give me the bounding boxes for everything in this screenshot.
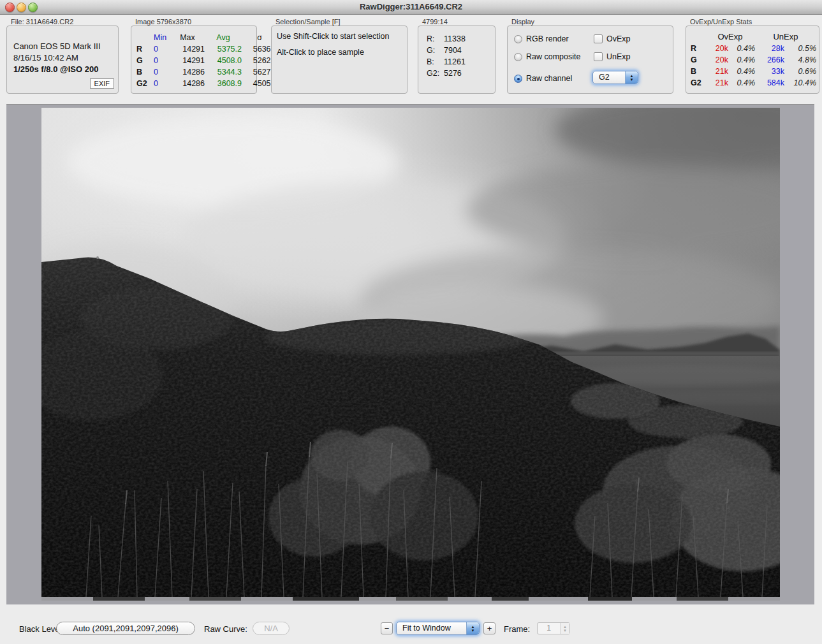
display-panel: RGB render Raw composite Raw channel OvE…	[507, 26, 673, 94]
unexp-count: 28k	[755, 43, 784, 54]
avg-value: 5375.2	[205, 43, 242, 55]
window-title: RawDigger:311A6649.CR2	[0, 0, 822, 14]
ovexp-percent: 0.4%	[728, 43, 755, 54]
checkbox-unexp[interactable]: UnExp	[594, 52, 631, 61]
avg-value: 3608.9	[205, 78, 242, 89]
max-value: 14291	[170, 55, 205, 66]
avg-value: 4508.0	[205, 55, 242, 66]
checkbox-label: UnExp	[606, 52, 631, 61]
checkbox-ovexp[interactable]: OvExp	[594, 34, 631, 43]
spinner-arrows-icon: ▲ ▼	[560, 623, 569, 634]
stepper-down-icon: ▼	[471, 629, 475, 633]
capture-datetime: 8/16/15 10:42 AM	[13, 52, 118, 64]
pixel-channel: G2:	[427, 68, 444, 79]
stats-channel: R	[691, 43, 705, 54]
ovexp-count: 21k	[705, 66, 728, 77]
exposure-stats-panel: OvExp UnExp R 20k 0.4% 28k 0.5% G 20k 0.…	[686, 26, 819, 94]
radio-icon	[514, 35, 522, 43]
zoom-in-button[interactable]: +	[483, 622, 495, 634]
max-value: 14291	[170, 43, 205, 55]
raw-curve-label: Raw Curve:	[204, 624, 247, 634]
unexp-percent: 4.8%	[784, 54, 816, 66]
max-value: 14286	[170, 66, 205, 78]
display-panel-label: Display	[511, 18, 534, 26]
col-header-ovexp: OvExp	[705, 31, 755, 43]
zoom-window-icon[interactable]	[28, 3, 38, 12]
selection-hint-1: Use Shift-Click to start selection	[277, 32, 407, 41]
row-channel: R	[136, 43, 154, 55]
pixel-value: 11338	[444, 34, 466, 43]
stepper-icon: ▲ ▼	[625, 71, 638, 84]
checkbox-label: OvExp	[606, 34, 631, 43]
ovexp-count: 21k	[705, 77, 728, 89]
ovexp-count: 20k	[705, 54, 728, 66]
ovexp-count: 20k	[705, 43, 728, 54]
black-level-button[interactable]: Auto (2091,2091,2097,2096)	[56, 622, 195, 635]
rawdigger-window: RawDigger:311A6649.CR2 File: 311A6649.CR…	[0, 0, 822, 644]
zoom-out-button[interactable]: −	[381, 622, 393, 634]
raw-curve-button: N/A	[253, 622, 290, 635]
zoom-mode-select[interactable]: Fit to Window ▲ ▼	[396, 622, 480, 635]
unexp-percent: 0.5%	[784, 43, 816, 54]
frame-spinner: 1 ▲ ▼	[537, 622, 570, 634]
stepper-down-icon: ▼	[630, 78, 634, 82]
stepper-icon: ▲ ▼	[466, 622, 479, 634]
row-channel: G	[136, 55, 154, 66]
min-value: 0	[154, 55, 170, 66]
selection-panel-label: Selection/Sample [F]	[275, 18, 341, 26]
pixel-channel: R:	[427, 33, 444, 45]
minimize-icon[interactable]	[17, 3, 26, 12]
col-header-unexp: UnExp	[755, 31, 816, 43]
col-header-avg: Avg	[205, 32, 242, 43]
raw-channel-select[interactable]: G2 ▲ ▼	[592, 71, 638, 84]
frame-value: 1	[538, 623, 560, 634]
min-value: 0	[154, 66, 170, 78]
row-channel: B	[136, 66, 154, 78]
pixel-value: 7904	[444, 46, 462, 55]
min-value: 0	[154, 43, 170, 55]
exposure-info: 1/250s f/8.0 @ISO 200	[13, 64, 118, 75]
radio-raw-channel[interactable]: Raw channel	[514, 74, 572, 83]
exif-button[interactable]: EXIF	[90, 78, 114, 89]
close-icon[interactable]	[5, 3, 15, 12]
row-channel: G2	[136, 78, 154, 89]
avg-value: 5344.3	[205, 66, 242, 78]
stats-channel: B	[691, 66, 705, 77]
radio-label: RGB render	[526, 34, 569, 43]
col-header-max: Max	[170, 32, 205, 43]
pixel-coords-label: 4799:14	[422, 18, 448, 26]
max-value: 14286	[170, 78, 205, 89]
selected-channel: G2	[593, 71, 625, 84]
radio-rgb-render[interactable]: RGB render	[514, 34, 569, 43]
checkbox-icon	[594, 34, 603, 43]
radio-raw-composite[interactable]: Raw composite	[514, 52, 580, 61]
stepper-down-icon: ▼	[563, 629, 567, 633]
frame-label: Frame:	[504, 624, 530, 634]
pixel-values-panel: R:11338 G:7904 B:11261 G2:5276	[418, 26, 495, 94]
selection-panel: Use Shift-Click to start selection Alt-C…	[271, 26, 407, 94]
file-panel: Canon EOS 5D Mark III 8/16/15 10:42 AM 1…	[6, 26, 119, 94]
camera-model: Canon EOS 5D Mark III	[13, 41, 118, 52]
image-canvas[interactable]	[6, 104, 814, 604]
image-panel-label: Image 5796x3870	[135, 18, 191, 26]
unexp-count: 584k	[755, 77, 784, 89]
stats-channel: G2	[691, 77, 705, 89]
min-value: 0	[154, 78, 170, 89]
unexp-percent: 10.4%	[784, 77, 816, 89]
ovexp-percent: 0.4%	[728, 54, 755, 66]
photo-landscape[interactable]	[41, 108, 780, 597]
unexp-count: 33k	[755, 66, 784, 77]
stats-panel-label: OvExp/UnExp Stats	[690, 18, 752, 26]
title-bar[interactable]: RawDigger:311A6649.CR2	[0, 0, 822, 15]
pixel-channel: B:	[427, 56, 444, 68]
unexp-percent: 0.6%	[784, 66, 816, 77]
radio-label: Raw composite	[526, 52, 580, 61]
checkbox-icon	[594, 52, 603, 61]
pixel-channel: G:	[427, 45, 444, 56]
image-stats-panel: Min Max Avg σ R 0 14291 5375.2 5636.3 G …	[131, 26, 257, 94]
photo-bottom-edge	[41, 597, 780, 601]
unexp-count: 266k	[755, 54, 784, 66]
photo-viewport[interactable]	[41, 108, 780, 597]
radio-icon	[514, 53, 522, 61]
col-header-min: Min	[154, 32, 170, 43]
